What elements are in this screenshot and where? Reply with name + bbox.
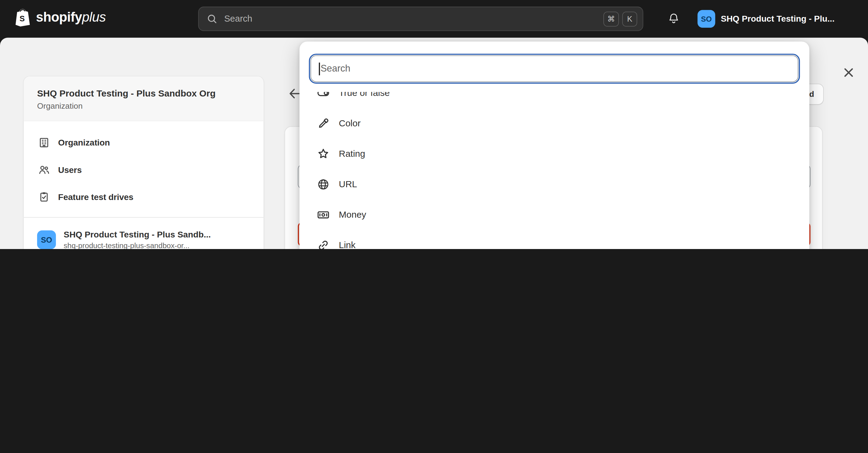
org-header: SHQ Product Testing - Plus Sandbox Org O… (24, 77, 264, 121)
type-picker-popover: Search True or false (300, 41, 809, 249)
users-icon (38, 164, 50, 175)
sidebar-item-users[interactable]: Users (30, 156, 257, 183)
svg-text:S: S (20, 14, 25, 23)
type-option-link[interactable]: Link (305, 230, 804, 249)
store-switcher[interactable]: SO SHQ Product Testing - Plus Sandb... s… (24, 218, 264, 249)
star-icon (317, 147, 330, 161)
sidebar-item-organization[interactable]: Organization (30, 129, 257, 156)
type-option-color[interactable]: Color (305, 108, 804, 139)
banknote-icon (317, 208, 330, 221)
type-option-rating[interactable]: Rating (305, 139, 804, 169)
store-title: SHQ Product Testing - Plus Sandb... (64, 230, 211, 240)
cmd-key: ⌘ (603, 11, 619, 26)
org-subtitle: Organization (37, 102, 250, 110)
eyedropper-icon (317, 117, 330, 130)
type-option-money[interactable]: Money (305, 199, 804, 230)
k-key: K (622, 11, 637, 26)
close-icon (841, 65, 856, 80)
global-search-input[interactable]: Search ⌘ K (198, 7, 643, 31)
search-placeholder: Search (224, 14, 603, 24)
type-search-placeholder: Search (320, 63, 350, 74)
clipboard-check-icon (38, 191, 50, 203)
sidebar-item-feature-test-drives[interactable]: Feature test drives (30, 183, 257, 210)
bell-icon (667, 12, 680, 26)
toggle-icon (317, 92, 330, 100)
close-button[interactable] (840, 64, 857, 81)
globe-icon (317, 177, 330, 191)
link-icon (317, 238, 330, 249)
building-icon (38, 137, 50, 148)
text-caret (319, 62, 320, 75)
shopify-admin: S shopifyplus Search ⌘ K SO SHQ Product … (0, 0, 868, 249)
account-menu[interactable]: SO SHQ Product Testing - Plu... (698, 8, 835, 30)
notifications-button[interactable] (666, 11, 682, 27)
settings-workspace: SHQ Product Testing - Plus Sandbox Org O… (0, 38, 868, 249)
type-search-input[interactable]: Search (311, 55, 798, 82)
type-option-url[interactable]: URL (305, 169, 804, 199)
search-icon (207, 13, 217, 24)
account-avatar: SO (698, 10, 715, 28)
brand-wordmark: shopifyplus (36, 9, 105, 25)
type-option-list: True or false Color (305, 92, 804, 249)
topbar: S shopifyplus Search ⌘ K SO SHQ Product … (0, 0, 868, 38)
keyboard-shortcut: ⌘ K (603, 11, 637, 26)
settings-sidebar: SHQ Product Testing - Plus Sandbox Org O… (23, 76, 264, 249)
shopify-plus-logo[interactable]: S shopifyplus (14, 8, 105, 27)
type-option-true-or-false[interactable]: True or false (305, 92, 804, 108)
store-avatar: SO (37, 230, 56, 249)
account-label: SHQ Product Testing - Plu... (721, 14, 835, 24)
store-subtitle: shq-product-testing-plus-sandbox-or... (64, 242, 211, 249)
org-nav: Organization Users (24, 121, 264, 217)
org-title: SHQ Product Testing - Plus Sandbox Org (37, 88, 250, 98)
shopify-bag-icon: S (14, 8, 31, 27)
